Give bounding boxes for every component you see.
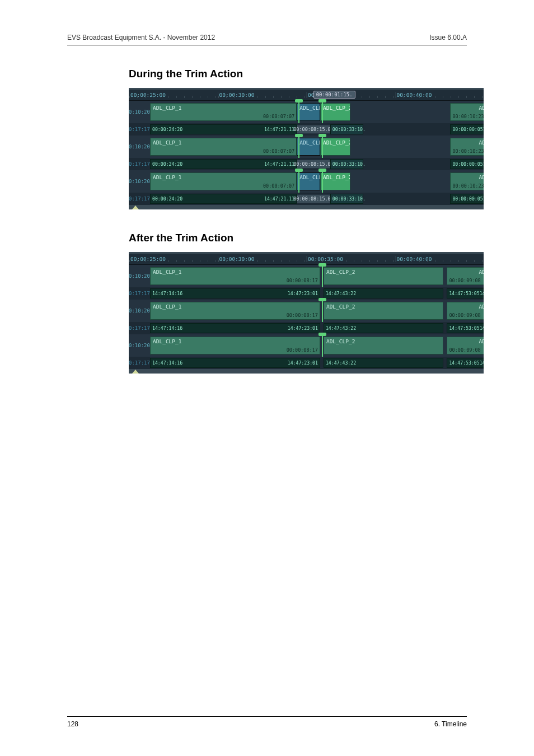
audio-tc: 00:00:00:05 — [452, 127, 483, 132]
clip-adl-1[interactable]: ADL_CLP_100:00:07:07 — [150, 138, 297, 156]
audio-clip-left[interactable]: 14:47:14:1614:47:23:01 — [150, 323, 320, 333]
ruler-40: 00:00:40:00 — [395, 92, 484, 98]
clip-mid-trim[interactable]: ADL_CLP_2 — [320, 172, 350, 190]
timeline-after: 00:00:25:00 00:00:30:00 00:00:35:00 00:0… — [129, 252, 484, 374]
clip-mid-ghost[interactable]: ADL_CLP_2 — [297, 172, 320, 190]
audio-clip-left[interactable]: 14:47:14:1614:47:23:01 — [150, 358, 320, 368]
clip-out-tc: 00:00:07:07 — [263, 114, 294, 119]
ruler-30: 00:00:30:00 — [218, 92, 307, 98]
clip-right[interactable]: 00:00:10:23 ADL_CL — [450, 103, 484, 121]
header-right: Issue 6.00.A — [429, 34, 467, 41]
audio-clip-left[interactable]: 00:00:24:2014:47:21.11 — [150, 194, 297, 204]
audio-clip-left[interactable]: 14:47:14:1614:47:23:01 — [150, 288, 320, 298]
audio-clip-mid[interactable]: 14:47:43:22 — [324, 358, 444, 368]
audio-clip-right[interactable]: 14:47:53:0514:48:0 — [447, 323, 484, 333]
audio-gap-tc: 00:00:33:10. — [330, 159, 364, 169]
header-left: EVS Broadcast Equipment S.A. - November … — [67, 34, 215, 41]
audio-clip-right[interactable]: 14:47:53:0514:48:0 — [447, 288, 484, 298]
time-ruler: 00:00:25:00 00:00:30:00 00:00:35:00 00:0… — [129, 254, 484, 265]
track-pair: 0:10:20 ADL_CLP_100:00:07:07 ADL_CLP_2 A… — [129, 170, 484, 205]
audio-clip-left[interactable]: 00:00:24:2014:47:21.11 — [150, 159, 297, 169]
timeline-footer-bar — [129, 205, 484, 209]
audio-clip-right[interactable]: 00:00:00:0514:48:0 — [450, 194, 484, 204]
gap-duration: 00:00:08:15.07 — [297, 125, 330, 134]
ruler-30: 00:00:30:00 — [218, 256, 307, 262]
audio-tc-out: 14:47:21.11 — [264, 127, 294, 132]
track-pair: 0:10:20 ADL_CLP_100:00:08:17 ADL_CLP_2 0… — [129, 334, 484, 369]
clip-adl-1[interactable]: ADL_CLP_1 00:00:07:07 — [150, 103, 297, 121]
timeline-during: 00:00:25:00 00:00:30:00 00 00:00:40:00 0… — [129, 88, 484, 209]
audio-gap-tc: 00:00:33:10. — [330, 194, 364, 204]
clip-mid-ghost[interactable]: ADL_CLP_2 — [297, 103, 320, 121]
clip-right[interactable]: 00:00:10:23ADL_CL — [450, 138, 484, 156]
clip-adl-1[interactable]: ADL_CLP_100:00:07:07 — [150, 172, 297, 190]
clip-in-tc: 00:00:10:23 — [452, 114, 484, 119]
clip-adl-2[interactable]: ADL_CLP_2 — [324, 267, 444, 285]
clip-adl-1[interactable]: ADL_CLP_100:00:08:17 — [150, 337, 320, 354]
audio-clip-mid[interactable]: 14:47:43:22 — [324, 323, 444, 333]
track-video-left-tc: 0:10:20 — [129, 109, 150, 115]
audio-clip-right[interactable]: 00:00:00:0514:48:0 — [450, 159, 484, 169]
section-title-during: During the Trim Action — [129, 68, 484, 80]
timeline-footer-bar — [129, 369, 484, 374]
track-pair: 0:10:20 ADL_CLP_100:00:08:17 ADL_CLP_2 0… — [129, 265, 484, 300]
track-pair: 0:10:20 ADL_CLP_1 00:00:07:07 ADL_CLP_2 … — [129, 101, 484, 136]
clip-mid-ghost[interactable]: ADL_CLP_2 — [297, 138, 320, 156]
clip-mid-trim[interactable]: ADL_CLP_2 — [320, 138, 350, 156]
audio-clip-right[interactable]: 00:00:00:05 14:48:0 — [450, 124, 484, 134]
audio-tc-out: 14:48:0 — [483, 127, 484, 132]
page-number: 128 — [67, 720, 78, 728]
clip-label: ADL_CLP_1 — [153, 105, 181, 111]
track-pair: 0:10:20 ADL_CLP_100:00:07:07 ADL_CLP_2 A… — [129, 136, 484, 170]
clip-adl-2[interactable]: ADL_CLP_2 — [324, 337, 444, 354]
ruler-25: 00:00:25:00 — [129, 256, 218, 262]
audio-clip-left[interactable]: 00:00:24:20 14:47:21.11 — [150, 124, 297, 134]
gap-duration: 00:00:08:15.07 — [297, 160, 330, 169]
section-title-after: After the Trim Action — [129, 232, 484, 244]
clip-right[interactable]: 00:00:09:08ADL_CL — [447, 302, 484, 320]
gap-duration: 00:00:08:15.07 — [297, 194, 330, 203]
clip-label: ADL_CL — [479, 105, 484, 111]
track-pair: 0:10:20 ADL_CLP_100:00:08:17 ADL_CLP_2 0… — [129, 300, 484, 334]
clip-label: ADL_CLP_2 — [323, 105, 350, 111]
clip-adl-1[interactable]: ADL_CLP_100:00:08:17 — [150, 302, 320, 320]
audio-clip-right[interactable]: 14:47:53:0514:48:0 — [447, 358, 484, 368]
clip-right[interactable]: 00:00:09:08ADL_CL — [447, 337, 484, 354]
clip-right[interactable]: 00:00:09:08ADL_CL — [447, 267, 484, 285]
ruler-25: 00:00:25:00 — [129, 92, 218, 98]
audio-tc: 00:00:24:20 — [152, 127, 182, 132]
clip-mid-trim[interactable]: ADL_CLP_2 — [320, 103, 350, 121]
trim-duration-readout: 00:00:01:15. — [313, 91, 355, 99]
page-footer: 128 6. Timeline — [67, 716, 467, 728]
clip-label: ADL_CLP_2 — [299, 105, 320, 111]
audio-gap-tc: 00:00:33:10. — [330, 124, 364, 134]
clip-adl-1[interactable]: ADL_CLP_100:00:08:17 — [150, 267, 320, 285]
clip-right[interactable]: 00:00:10:23ADL_CL — [450, 172, 484, 190]
audio-clip-mid[interactable]: 14:47:43:22 — [324, 288, 444, 298]
page-header: EVS Broadcast Equipment S.A. - November … — [67, 34, 467, 45]
page-content: During the Trim Action 00:00:25:00 00:00… — [129, 68, 484, 374]
ruler-40: 00:00:40:00 — [395, 256, 484, 262]
track-audio-left-tc: 0:17:17 — [129, 127, 150, 132]
section-name: 6. Timeline — [434, 720, 467, 728]
ruler-35: 00:00:35:00 — [306, 256, 395, 262]
clip-adl-2[interactable]: ADL_CLP_2 — [324, 302, 444, 320]
time-ruler: 00:00:25:00 00:00:30:00 00 00:00:40:00 0… — [129, 90, 484, 101]
